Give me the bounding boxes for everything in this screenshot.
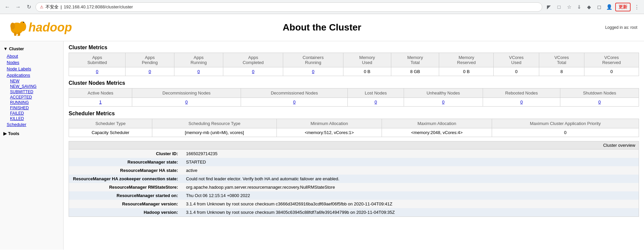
sidebar-item-applications[interactable]: Applications xyxy=(0,72,63,78)
forward-button[interactable]: → xyxy=(14,3,22,11)
sidebar-item-new-saving[interactable]: NEW_SAVING xyxy=(3,84,63,89)
update-button[interactable]: 更新 xyxy=(615,3,631,11)
sidebar-item-submitted[interactable]: SUBMITTED xyxy=(3,89,63,95)
svg-point-2 xyxy=(20,21,25,25)
cluster-metrics-table: AppsSubmitted AppsPending AppsRunning Ap… xyxy=(69,53,639,76)
val-unhealthy-nodes[interactable]: 0 xyxy=(404,98,483,107)
main-layout: ▼ Cluster About Nodes Node Labels Applic… xyxy=(0,41,644,250)
overview-value-rm-ha-state: active xyxy=(182,166,639,175)
val-apps-completed[interactable]: 0 xyxy=(223,67,283,76)
overview-row-rm-store: ResourceManager RMStateStore: org.apache… xyxy=(69,183,639,191)
val-scheduler-type: Capacity Scheduler xyxy=(69,128,152,137)
scheduler-metrics-title: Scheduler Metrics xyxy=(69,111,639,117)
col-rebooted-nodes: Rebooted Nodes xyxy=(483,88,560,98)
col-active-nodes: Active Nodes xyxy=(69,88,132,98)
sidebar-cluster-section: ▼ Cluster About Nodes Node Labels Applic… xyxy=(0,45,63,128)
val-memory-reserved: 0 B xyxy=(439,67,494,76)
sidebar-item-new[interactable]: NEW xyxy=(3,78,63,84)
refresh-button[interactable]: ↻ xyxy=(25,3,33,11)
val-maximum-allocation: <memory:2048, vCores:4> xyxy=(382,128,492,137)
col-decommissioned-nodes: Decommissioned Nodes xyxy=(241,88,348,98)
extension-icon[interactable]: ◆ xyxy=(585,3,593,11)
svg-rect-5 xyxy=(14,33,16,36)
overview-row-rm-started: ResourceManager started on: Thu Oct 06 1… xyxy=(69,191,639,200)
overview-label-rm-zk: ResourceManager HA zookeeper connection … xyxy=(69,175,182,183)
val-lost-nodes[interactable]: 0 xyxy=(348,98,404,107)
address-bar[interactable]: ⚠ 不安全 | 192.168.40.172:8088/cluster/clus… xyxy=(35,2,542,12)
star-icon[interactable]: ☆ xyxy=(565,3,573,11)
val-decommissioning-nodes[interactable]: 0 xyxy=(132,98,241,107)
col-apps-pending: AppsPending xyxy=(126,53,174,67)
sidebar-cluster-heading[interactable]: ▼ Cluster xyxy=(0,45,63,53)
profile-icon[interactable]: 👤 xyxy=(605,3,613,11)
svg-rect-6 xyxy=(18,33,20,36)
val-shutdown-nodes[interactable]: 0 xyxy=(560,98,639,107)
overview-label-hadoop-version: Hadoop version: xyxy=(69,208,182,216)
sidebar-tools-heading[interactable]: ▶ Tools xyxy=(0,129,63,138)
sidebar-item-nodes[interactable]: Nodes xyxy=(0,59,63,66)
cast-icon[interactable]: ◤ xyxy=(545,3,553,11)
overview-value-rm-state: STARTED xyxy=(182,158,639,166)
logged-in-text: Logged in as: root xyxy=(605,25,637,30)
overview-value-cluster-id: 1665029714235 xyxy=(182,149,639,158)
cluster-nodes-table: Active Nodes Decommissioning Nodes Decom… xyxy=(69,88,639,107)
col-lost-nodes: Lost Nodes xyxy=(348,88,404,98)
sidebar-item-killed[interactable]: KILLED xyxy=(3,116,63,121)
overview-value-rm-version: 3.1.4 from Unknown by root source checks… xyxy=(182,200,639,208)
val-memory-used: 0 B xyxy=(343,67,391,76)
overview-label-rm-store: ResourceManager RMStateStore: xyxy=(69,183,182,191)
sidebar-app-sublinks: NEW NEW_SAVING SUBMITTED ACCEPTED RUNNIN… xyxy=(0,78,63,121)
browser-actions: ◤ □ ☆ ⇓ ◆ ◻ 👤 更新 ⋮ xyxy=(545,3,641,11)
cluster-arrow-icon: ▼ xyxy=(3,46,8,51)
download-icon[interactable]: ⇓ xyxy=(575,3,583,11)
sidebar-item-accepted[interactable]: ACCEPTED xyxy=(3,95,63,100)
cluster-overview-table: Cluster ID: 1665029714235 ResourceManage… xyxy=(69,149,639,216)
page-header: hadoop About the Cluster Logged in as: r… xyxy=(0,14,644,41)
overview-value-rm-zk: Could not find leader elector. Verify bo… xyxy=(182,175,639,183)
val-containers-running[interactable]: 0 xyxy=(283,67,343,76)
svg-point-3 xyxy=(23,22,24,23)
tab-icon[interactable]: □ xyxy=(555,3,563,11)
val-minimum-allocation: <memory:512, vCores:1> xyxy=(277,128,382,137)
overview-value-hadoop-version: 3.1.4 from Unknown by root source checks… xyxy=(182,208,639,216)
sidebar-item-failed[interactable]: FAILED xyxy=(3,111,63,116)
overview-value-rm-store: org.apache.hadoop.yarn.server.resourcema… xyxy=(182,183,639,191)
val-decommissioned-nodes[interactable]: 0 xyxy=(241,98,348,107)
val-apps-running[interactable]: 0 xyxy=(174,67,223,76)
back-button[interactable]: ← xyxy=(3,3,11,11)
tools-label: Tools xyxy=(8,131,19,136)
overview-row-rm-version: ResourceManager version: 3.1.4 from Unkn… xyxy=(69,200,639,208)
menu-icon[interactable]: ⋮ xyxy=(633,3,641,11)
cluster-overview-section: Cluster overview Cluster ID: 16650297142… xyxy=(69,141,639,217)
val-memory-total: 8 GB xyxy=(391,67,439,76)
tab-switch-icon[interactable]: ◻ xyxy=(595,3,603,11)
val-apps-submitted[interactable]: 0 xyxy=(69,67,126,76)
sidebar-item-about[interactable]: About xyxy=(0,53,63,59)
overview-label-cluster-id: Cluster ID: xyxy=(69,149,182,158)
sidebar-item-scheduler[interactable]: Scheduler xyxy=(0,121,63,128)
col-memory-reserved: MemoryReserved xyxy=(439,53,494,67)
col-minimum-allocation: Minimum Allocation xyxy=(277,119,382,128)
cluster-nodes-row: 1 0 0 0 0 0 0 xyxy=(69,98,639,107)
col-decommissioning-nodes: Decommissioning Nodes xyxy=(132,88,241,98)
val-rebooted-nodes[interactable]: 0 xyxy=(483,98,560,107)
cluster-nodes-title: Cluster Nodes Metrics xyxy=(69,80,639,86)
hadoop-elephant-icon xyxy=(7,17,30,38)
sidebar-tools-section: ▶ Tools xyxy=(0,129,63,138)
overview-row-cluster-id: Cluster ID: 1665029714235 xyxy=(69,149,639,158)
col-memory-total: MemoryTotal xyxy=(391,53,439,67)
val-vcores-reserved: 0 xyxy=(584,67,639,76)
security-warning-text: 不安全 xyxy=(46,4,59,10)
sidebar-item-node-labels[interactable]: Node Labels xyxy=(0,66,63,72)
overview-label-rm-started: ResourceManager started on: xyxy=(69,191,182,200)
sidebar-item-finished[interactable]: FINISHED xyxy=(3,105,63,111)
val-active-nodes[interactable]: 1 xyxy=(69,98,132,107)
val-apps-pending[interactable]: 0 xyxy=(126,67,174,76)
overview-value-rm-started: Thu Oct 06 12:15:14 +0800 2022 xyxy=(182,191,639,200)
content-area: Cluster Metrics AppsSubmitted AppsPendin… xyxy=(64,41,644,250)
sidebar-item-running[interactable]: RUNNING xyxy=(3,100,63,105)
val-vcores-total: 8 xyxy=(539,67,584,76)
cluster-overview-header: Cluster overview xyxy=(69,141,639,149)
col-shutdown-nodes: Shutdown Nodes xyxy=(560,88,639,98)
overview-label-rm-state: ResourceManager state: xyxy=(69,158,182,166)
